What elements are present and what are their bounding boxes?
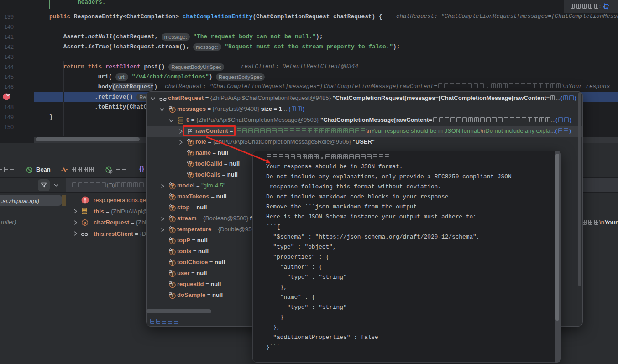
svg-text:p: p	[84, 220, 86, 225]
